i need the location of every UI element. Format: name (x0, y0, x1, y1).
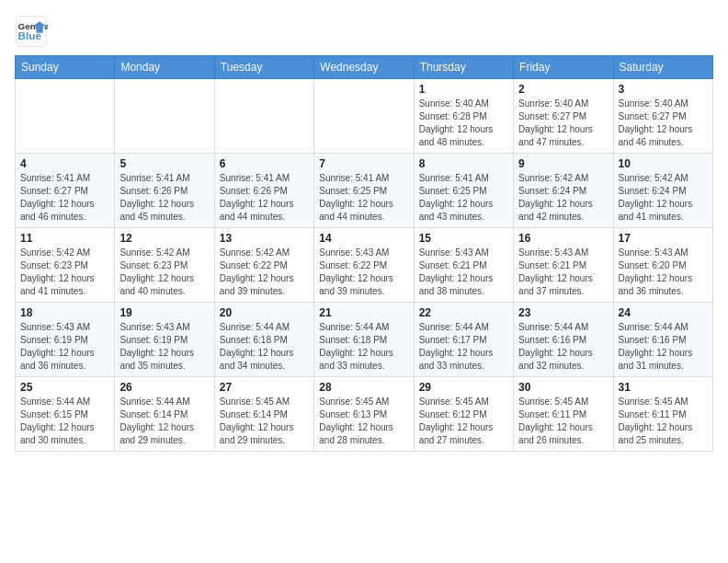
calendar-cell: 28Sunrise: 5:45 AM Sunset: 6:13 PM Dayli… (314, 377, 414, 452)
day-info: Sunrise: 5:40 AM Sunset: 6:27 PM Dayligh… (619, 98, 708, 149)
calendar-cell: 20Sunrise: 5:44 AM Sunset: 6:18 PM Dayli… (214, 303, 313, 377)
day-number: 20 (220, 306, 309, 319)
day-number: 23 (518, 306, 608, 319)
day-info: Sunrise: 5:40 AM Sunset: 6:28 PM Dayligh… (419, 98, 508, 149)
calendar-cell: 15Sunrise: 5:43 AM Sunset: 6:21 PM Dayli… (414, 228, 513, 303)
calendar-cell (314, 79, 414, 154)
day-info: Sunrise: 5:44 AM Sunset: 6:16 PM Dayligh… (518, 321, 608, 373)
page-header: General Blue (15, 15, 713, 48)
col-header-friday: Friday (514, 56, 613, 79)
day-number: 30 (518, 381, 608, 394)
day-number: 28 (319, 381, 408, 394)
day-number: 10 (619, 157, 708, 170)
day-number: 15 (419, 232, 508, 245)
day-info: Sunrise: 5:41 AM Sunset: 6:27 PM Dayligh… (20, 172, 109, 224)
day-info: Sunrise: 5:45 AM Sunset: 6:11 PM Dayligh… (619, 396, 708, 447)
day-info: Sunrise: 5:43 AM Sunset: 6:21 PM Dayligh… (518, 247, 608, 298)
day-info: Sunrise: 5:44 AM Sunset: 6:14 PM Dayligh… (119, 396, 209, 447)
day-number: 9 (518, 157, 608, 170)
calendar-cell: 8Sunrise: 5:41 AM Sunset: 6:25 PM Daylig… (414, 154, 513, 228)
calendar-cell: 21Sunrise: 5:44 AM Sunset: 6:18 PM Dayli… (314, 303, 414, 377)
day-number: 14 (319, 232, 408, 245)
day-number: 13 (220, 232, 309, 245)
calendar-cell: 17Sunrise: 5:43 AM Sunset: 6:20 PM Dayli… (613, 228, 712, 303)
calendar-cell: 30Sunrise: 5:45 AM Sunset: 6:11 PM Dayli… (514, 377, 613, 452)
day-info: Sunrise: 5:44 AM Sunset: 6:17 PM Dayligh… (419, 321, 508, 373)
day-number: 21 (319, 306, 408, 319)
day-info: Sunrise: 5:41 AM Sunset: 6:25 PM Dayligh… (319, 172, 408, 224)
day-info: Sunrise: 5:45 AM Sunset: 6:11 PM Dayligh… (518, 396, 608, 447)
calendar-cell: 3Sunrise: 5:40 AM Sunset: 6:27 PM Daylig… (613, 79, 712, 154)
calendar-cell: 6Sunrise: 5:41 AM Sunset: 6:26 PM Daylig… (214, 154, 313, 228)
day-number: 31 (619, 381, 708, 394)
day-number: 2 (518, 83, 608, 96)
logo-icon: General Blue (15, 15, 48, 48)
day-number: 29 (419, 381, 508, 394)
calendar-cell: 5Sunrise: 5:41 AM Sunset: 6:26 PM Daylig… (115, 154, 214, 228)
calendar-cell: 13Sunrise: 5:42 AM Sunset: 6:22 PM Dayli… (214, 228, 313, 303)
day-info: Sunrise: 5:41 AM Sunset: 6:26 PM Dayligh… (220, 172, 309, 224)
calendar-cell: 12Sunrise: 5:42 AM Sunset: 6:23 PM Dayli… (115, 228, 214, 303)
week-row-2: 4Sunrise: 5:41 AM Sunset: 6:27 PM Daylig… (16, 154, 713, 228)
day-number: 8 (419, 157, 508, 170)
day-info: Sunrise: 5:45 AM Sunset: 6:14 PM Dayligh… (220, 396, 309, 447)
week-row-5: 25Sunrise: 5:44 AM Sunset: 6:15 PM Dayli… (16, 377, 713, 452)
day-number: 22 (419, 306, 508, 319)
day-info: Sunrise: 5:43 AM Sunset: 6:21 PM Dayligh… (419, 247, 508, 298)
calendar-cell: 23Sunrise: 5:44 AM Sunset: 6:16 PM Dayli… (514, 303, 613, 377)
day-number: 11 (20, 232, 109, 245)
week-row-4: 18Sunrise: 5:43 AM Sunset: 6:19 PM Dayli… (16, 303, 713, 377)
day-number: 25 (20, 381, 109, 394)
calendar-cell: 19Sunrise: 5:43 AM Sunset: 6:19 PM Dayli… (115, 303, 214, 377)
calendar-cell: 25Sunrise: 5:44 AM Sunset: 6:15 PM Dayli… (16, 377, 115, 452)
col-header-sunday: Sunday (16, 56, 115, 79)
day-info: Sunrise: 5:44 AM Sunset: 6:18 PM Dayligh… (220, 321, 309, 373)
day-number: 7 (319, 157, 408, 170)
day-number: 26 (119, 381, 209, 394)
calendar-cell: 31Sunrise: 5:45 AM Sunset: 6:11 PM Dayli… (613, 377, 712, 452)
calendar-cell: 24Sunrise: 5:44 AM Sunset: 6:16 PM Dayli… (613, 303, 712, 377)
calendar-table: SundayMondayTuesdayWednesdayThursdayFrid… (15, 55, 713, 452)
day-info: Sunrise: 5:43 AM Sunset: 6:19 PM Dayligh… (20, 321, 109, 373)
calendar-cell (16, 79, 115, 154)
calendar-cell: 22Sunrise: 5:44 AM Sunset: 6:17 PM Dayli… (414, 303, 513, 377)
day-info: Sunrise: 5:42 AM Sunset: 6:23 PM Dayligh… (20, 247, 109, 298)
calendar-cell: 1Sunrise: 5:40 AM Sunset: 6:28 PM Daylig… (414, 79, 513, 154)
logo: General Blue (15, 15, 48, 48)
calendar-cell: 2Sunrise: 5:40 AM Sunset: 6:27 PM Daylig… (514, 79, 613, 154)
week-row-1: 1Sunrise: 5:40 AM Sunset: 6:28 PM Daylig… (16, 79, 713, 154)
day-number: 24 (619, 306, 708, 319)
calendar-cell: 7Sunrise: 5:41 AM Sunset: 6:25 PM Daylig… (314, 154, 414, 228)
day-info: Sunrise: 5:41 AM Sunset: 6:26 PM Dayligh… (119, 172, 209, 224)
calendar-cell (115, 79, 214, 154)
day-info: Sunrise: 5:44 AM Sunset: 6:18 PM Dayligh… (319, 321, 408, 373)
day-info: Sunrise: 5:44 AM Sunset: 6:15 PM Dayligh… (20, 396, 109, 447)
col-header-monday: Monday (115, 56, 214, 79)
calendar-cell: 10Sunrise: 5:42 AM Sunset: 6:24 PM Dayli… (613, 154, 712, 228)
calendar-cell: 18Sunrise: 5:43 AM Sunset: 6:19 PM Dayli… (16, 303, 115, 377)
day-info: Sunrise: 5:42 AM Sunset: 6:22 PM Dayligh… (220, 247, 309, 298)
calendar-cell: 9Sunrise: 5:42 AM Sunset: 6:24 PM Daylig… (514, 154, 613, 228)
day-number: 19 (119, 306, 209, 319)
calendar-cell: 27Sunrise: 5:45 AM Sunset: 6:14 PM Dayli… (214, 377, 313, 452)
calendar-cell: 16Sunrise: 5:43 AM Sunset: 6:21 PM Dayli… (514, 228, 613, 303)
col-header-thursday: Thursday (414, 56, 513, 79)
day-number: 27 (220, 381, 309, 394)
day-number: 16 (518, 232, 608, 245)
week-row-3: 11Sunrise: 5:42 AM Sunset: 6:23 PM Dayli… (16, 228, 713, 303)
day-info: Sunrise: 5:44 AM Sunset: 6:16 PM Dayligh… (619, 321, 708, 373)
calendar-cell: 11Sunrise: 5:42 AM Sunset: 6:23 PM Dayli… (16, 228, 115, 303)
day-info: Sunrise: 5:40 AM Sunset: 6:27 PM Dayligh… (518, 98, 608, 149)
col-header-tuesday: Tuesday (214, 56, 313, 79)
day-number: 18 (20, 306, 109, 319)
day-number: 3 (619, 83, 708, 96)
day-info: Sunrise: 5:42 AM Sunset: 6:23 PM Dayligh… (119, 247, 209, 298)
calendar-cell: 26Sunrise: 5:44 AM Sunset: 6:14 PM Dayli… (115, 377, 214, 452)
day-info: Sunrise: 5:42 AM Sunset: 6:24 PM Dayligh… (518, 172, 608, 224)
day-number: 1 (419, 83, 508, 96)
day-info: Sunrise: 5:43 AM Sunset: 6:22 PM Dayligh… (319, 247, 408, 298)
day-number: 6 (220, 157, 309, 170)
day-info: Sunrise: 5:45 AM Sunset: 6:13 PM Dayligh… (319, 396, 408, 447)
calendar-cell: 29Sunrise: 5:45 AM Sunset: 6:12 PM Dayli… (414, 377, 513, 452)
day-info: Sunrise: 5:43 AM Sunset: 6:19 PM Dayligh… (119, 321, 209, 373)
